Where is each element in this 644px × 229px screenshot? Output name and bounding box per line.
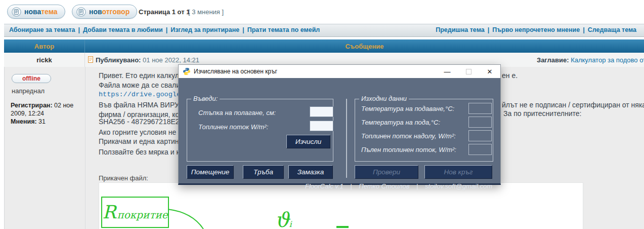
total-flow-label: Пълен топлинен поток, W/m²: [361,146,456,154]
link-next-topic[interactable]: Следваща тема [588,26,636,33]
diagram-r-subscript: покритие [117,209,167,221]
new-topic-label-2: тема [41,8,57,16]
page-indicator: Страница 1 от 1 [139,8,190,16]
separator: | [580,26,588,33]
link-previous-topic[interactable]: Предишна тема [436,26,485,33]
output-group: Изходни данни Температура на подаване,°C… [355,99,493,162]
footer-separator: | [350,182,352,190]
attachment-label: Прикачен файл: [99,174,148,182]
floorcalc-dialog: Изчисляване на основен кръг — ✕ Въведи: … [178,64,501,185]
new-topic-button[interactable]: новатема [7,5,65,19]
replies-count: [ 3 мнения ] [188,8,224,16]
app-email: stoilov.soft@gmail.com [425,182,492,190]
published-label: Публикувано: [96,56,141,64]
toolbar-left-links: Абониране за темата|Добави темата в люби… [9,26,320,33]
dialog-footer: FloorCalc v.1 | Петко Стоилов | stoilov.… [300,182,492,190]
separator: | [163,26,171,33]
theta-symbol: ϑ [275,208,289,229]
subject-label: Заглавие: [537,56,569,64]
dialog-section-divider [346,99,347,178]
maximize-icon [466,69,471,74]
separator: | [485,26,493,33]
registered-label: Регистриран: [11,102,53,109]
offline-status-button[interactable]: offline [12,74,51,83]
link-first-unread[interactable]: Първо непрочетено мнение [492,26,580,33]
dialog-body: Въведи: Стъпка на полагане, см: Топлинен… [179,78,500,183]
check-button[interactable]: Провери [355,165,418,179]
app-version: FloorCalc v.1 [305,182,344,190]
posts-label: Мнения: [11,118,37,125]
dialog-title: Изчисляване на основен кръг [194,68,277,75]
message-line: йлът не е подписан / сертифициран от няк… [502,101,644,109]
separator: | [239,26,247,33]
floor-temp-output [468,117,492,128]
message-line: Ползвайте без мярка и ко [99,148,183,156]
post-icon [88,56,93,63]
link-add-favorites[interactable]: Добави темата в любими [83,26,163,33]
supply-temp-output [468,103,492,114]
input-group-legend: Въведи: [191,95,220,102]
dialog-titlebar[interactable]: Изчисляване на основен кръг — ✕ [179,65,500,78]
column-divider [85,67,85,229]
new-topic-icon [12,7,21,17]
total-flow-output [468,144,492,155]
user-stats: Регистриран: 02 ное 2009, 12:24 Мнения: … [11,101,84,126]
diagram-r-symbol: R [102,203,116,221]
message-line: За по притеснителните: [503,109,581,118]
published-date: 01 ное 2022, 14:21 [143,56,199,64]
room-button[interactable]: Помещение [187,165,234,179]
heatflow-input[interactable] [310,121,333,131]
table-header: Автор Съобщение [4,39,644,53]
app-author: Петко Стоилов [359,182,409,190]
python-icon [183,67,191,75]
input-group: Въведи: Стъпка на полагане, см: Топлинен… [187,99,333,162]
new-reply-icon [76,7,86,17]
close-button[interactable]: ✕ [479,65,500,78]
new-reply-label-1: нов [89,8,102,16]
diagram-r-box: Rпокритие [101,197,169,228]
supply-temp-label: Температура на подаване,°C: [361,105,454,112]
link-print-view[interactable]: Изглед за принтиране [170,26,239,33]
link-email-topic[interactable]: Прати темата по емейл [247,26,320,33]
heatflow-label: Топлинен поток W/m²: [198,123,268,131]
maximize-button [458,65,479,78]
diagram-line-fragment [336,226,349,228]
theta-subscript: i [289,219,292,229]
topic-toolbar: Абониране за темата|Добави темата в люби… [4,24,644,37]
diagram-curve [167,205,212,229]
step-label: Стъпка на полагане, см: [198,109,276,117]
screed-button[interactable]: Замазка [288,165,333,179]
new-reply-label-2: отговор [102,8,130,16]
diagram-theta: ϑi [275,210,292,229]
post-author[interactable]: rickk [4,53,85,67]
forum-page: новатема новотговор Страница 1 от 1 [ 3 … [0,0,644,229]
calculate-button[interactable]: Изчисли [286,135,330,148]
downward-flow-output [468,130,492,141]
separator: | [75,26,83,33]
link-subscribe[interactable]: Абониране за темата [9,26,75,33]
downward-flow-label: Топлинен поток надолу, W/m²: [361,132,456,140]
posts-value: 31 [38,118,46,125]
floor-temp-label: Температура на пода,°C: [361,119,440,126]
footer-separator: | [416,182,418,190]
pipe-button[interactable]: Тръба [243,165,284,179]
message-line: Прикачам и една картинка з [99,137,191,145]
minimize-button[interactable]: — [437,65,458,78]
new-circle-button[interactable]: Нов кръг [424,165,492,179]
author-column-header: Автор [4,40,85,53]
user-rank: напреднал [12,87,45,95]
message-line: ен е. [502,71,518,80]
new-reply-button[interactable]: новотговор [72,5,137,19]
message-column-header: Съобщение [85,40,644,53]
subject-link[interactable]: Калкулатор за подово отопл [571,56,644,64]
step-input[interactable] [310,106,333,117]
toolbar-right-links: Предишна тема|Първо непрочетено мнение|С… [436,26,636,33]
new-topic-label-1: нова [24,8,41,16]
output-group-legend: Изходни данни [359,95,409,102]
